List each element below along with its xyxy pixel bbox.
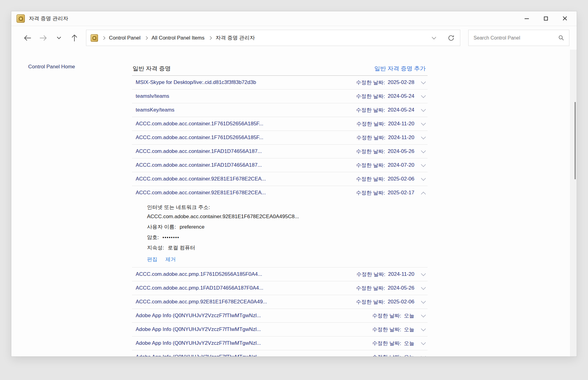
expand-chevron-icon[interactable] <box>421 148 426 153</box>
credential-name[interactable]: ACCC.com.adobe.acc.container.1F761D52656… <box>136 121 263 127</box>
up-arrow-icon <box>71 34 78 42</box>
expand-chevron-icon[interactable] <box>421 120 426 125</box>
expand-chevron-icon[interactable] <box>421 326 426 331</box>
credential-row-header[interactable]: teamsKey/teams 수정한 날짜: 2024-05-24 <box>132 103 428 117</box>
chevron-right-icon[interactable] <box>102 36 105 40</box>
expand-chevron-icon[interactable] <box>421 192 426 196</box>
credential-meta: 수정한 날짜: 2024-05-24 <box>356 93 425 100</box>
credential-row-header[interactable]: Adobe App Info (Q0NYUHJvY2VzczF7fTIwMTgw… <box>132 350 428 356</box>
credential-name[interactable]: ACCC.com.adobe.acc.pmp.92E81E1F678E2CEA0… <box>136 299 267 305</box>
credential-row-header[interactable]: Adobe App Info (Q0NYUHJvY2VzczF7fTIwMTgw… <box>132 336 428 350</box>
persistence-line: 지속성: 로컬 컴퓨터 <box>147 244 428 252</box>
credential-row-header[interactable]: Adobe App Info (Q0NYUHJvY2VzczF7fTIwMTgw… <box>132 309 428 322</box>
section-title: 일반 자격 증명 <box>133 65 171 73</box>
scrollbar-thumb[interactable] <box>575 102 576 179</box>
address-dropdown-chevron-icon[interactable] <box>432 35 436 39</box>
credential-manager-safe-icon <box>17 14 25 23</box>
credential-row-header[interactable]: ACCC.com.adobe.acc.container.1F761D52656… <box>132 131 428 144</box>
credential-name[interactable]: ACCC.com.adobe.acc.container.92E81E1F678… <box>136 176 266 182</box>
expand-chevron-icon[interactable] <box>421 176 426 180</box>
credential-name[interactable]: teamsKey/teams <box>136 107 175 113</box>
chevron-right-icon[interactable] <box>144 36 148 40</box>
credential-name[interactable]: Adobe App Info (Q0NYUHJvY2VzczF7fTIwMTgw… <box>136 354 261 356</box>
credential-row: Adobe App Info (Q0NYUHJvY2VzczF7fTIwMTgw… <box>132 309 428 323</box>
expand-chevron-icon[interactable] <box>421 162 426 167</box>
credential-name[interactable]: ACCC.com.adobe.acc.container.1F761D52656… <box>136 135 263 141</box>
minimize-button[interactable] <box>517 12 536 25</box>
credential-row-header[interactable]: ACCC.com.adobe.acc.pmp.1F761D52656A185F0… <box>132 268 428 281</box>
breadcrumb-all-items[interactable]: All Control Panel Items <box>150 34 206 42</box>
credential-name[interactable]: Adobe App Info (Q0NYUHJvY2VzczF7fTIwMTgw… <box>136 313 261 319</box>
section-header: 일반 자격 증명 일반 자격 증명 추가 <box>132 62 428 75</box>
expand-chevron-icon[interactable] <box>421 340 426 345</box>
credential-name[interactable]: ACCC.com.adobe.acc.pmp.1FAD1D74656A187F0… <box>136 285 263 291</box>
remove-link[interactable]: 제거 <box>165 256 176 263</box>
credential-meta: 수정한 날짜: 2025-02-06 <box>356 298 425 306</box>
credential-row-header[interactable]: ACCC.com.adobe.acc.container.1FAD1D74656… <box>132 145 428 158</box>
credential-row: Adobe App Info (Q0NYUHJvY2VzczF7fTIwMTgw… <box>132 350 428 356</box>
expand-chevron-icon[interactable] <box>421 285 426 290</box>
credential-pane: 일반 자격 증명 일반 자격 증명 추가 MSIX-Skype for Desk… <box>132 50 428 356</box>
add-generic-credential-link[interactable]: 일반 자격 증명 추가 <box>374 65 426 73</box>
up-button[interactable] <box>67 32 82 44</box>
credential-name[interactable]: ACCC.com.adobe.acc.container.92E81E1F678… <box>136 190 266 196</box>
recent-locations-button[interactable] <box>51 32 67 44</box>
maximize-button[interactable] <box>536 12 555 25</box>
search-icon[interactable] <box>558 35 564 41</box>
search-input[interactable] <box>473 35 558 41</box>
credential-row-header[interactable]: ACCC.com.adobe.acc.pmp.1FAD1D74656A187F0… <box>132 281 428 295</box>
modified-date-value: 오늘 <box>404 354 414 357</box>
credential-name[interactable]: ACCC.com.adobe.acc.container.1FAD1D74656… <box>136 148 262 154</box>
breadcrumb-control-panel[interactable]: Control Panel <box>108 34 142 42</box>
modified-date-label: 수정한 날짜: <box>356 298 385 306</box>
chevron-down-icon <box>57 36 61 40</box>
credential-row-header[interactable]: teamslv/teams 수정한 날짜: 2024-05-24 <box>132 89 428 103</box>
edit-link[interactable]: 편집 <box>147 256 157 263</box>
credential-name[interactable]: Adobe App Info (Q0NYUHJvY2VzczF7fTIwMTgw… <box>136 326 261 332</box>
forward-button[interactable] <box>36 32 51 44</box>
chevron-right-icon[interactable] <box>208 36 212 40</box>
expand-chevron-icon[interactable] <box>421 271 426 276</box>
modified-date-value: 2024-11-20 <box>388 135 414 141</box>
credential-name[interactable]: teamslv/teams <box>136 93 169 99</box>
breadcrumb-credential-manager[interactable]: 자격 증명 관리자 <box>214 34 256 42</box>
back-button[interactable] <box>20 32 36 44</box>
credential-meta: 수정한 날짜: 2024-11-20 <box>356 134 425 141</box>
credential-row: ACCC.com.adobe.acc.pmp.1FAD1D74656A187F0… <box>132 281 428 295</box>
modified-date-label: 수정한 날짜: <box>356 107 385 114</box>
credential-row-header[interactable]: ACCC.com.adobe.acc.container.92E81E1F678… <box>132 186 428 200</box>
breadcrumb[interactable]: Control Panel All Control Panel Items 자격… <box>86 30 461 46</box>
credential-row-header[interactable]: ACCC.com.adobe.acc.container.1FAD1D74656… <box>132 158 428 172</box>
breadcrumb-actions <box>432 35 454 41</box>
modified-date-label: 수정한 날짜: <box>356 120 385 127</box>
credential-name[interactable]: ACCC.com.adobe.acc.pmp.1F761D52656A185F0… <box>136 271 262 277</box>
window-controls <box>517 12 574 25</box>
expand-chevron-icon[interactable] <box>421 298 426 303</box>
refresh-icon[interactable] <box>448 35 454 41</box>
credential-row-header[interactable]: Adobe App Info (Q0NYUHJvY2VzczF7fTIwMTgw… <box>132 323 428 336</box>
credential-row-header[interactable]: ACCC.com.adobe.acc.pmp.92E81E1F678E2CEA0… <box>132 295 428 309</box>
expand-chevron-icon[interactable] <box>421 312 426 317</box>
credential-row-header[interactable]: ACCC.com.adobe.acc.container.92E81E1F678… <box>132 172 428 186</box>
modified-date-value: 2025-02-17 <box>388 190 414 196</box>
vertical-scrollbar[interactable] <box>570 50 577 356</box>
credential-meta: 수정한 날짜: 2025-02-17 <box>356 189 425 196</box>
address-value: ACCC.com.adobe.acc.container.92E81E1F678… <box>147 213 428 220</box>
credential-row-header[interactable]: MSIX-Skype for Desktop/live:.cid.d81c3f3… <box>132 76 428 89</box>
credential-row: ACCC.com.adobe.acc.pmp.92E81E1F678E2CEA0… <box>132 295 428 309</box>
credential-row-header[interactable]: ACCC.com.adobe.acc.container.1F761D52656… <box>132 117 428 131</box>
modified-date-value: 2024-05-26 <box>388 285 414 291</box>
credential-details: 인터넷 또는 네트워크 주소: ACCC.com.adobe.acc.conta… <box>132 200 428 267</box>
expand-chevron-icon[interactable] <box>421 107 426 112</box>
credential-row: ACCC.com.adobe.acc.container.1FAD1D74656… <box>132 158 428 172</box>
expand-chevron-icon[interactable] <box>421 354 426 356</box>
sidebar-item-control-panel-home[interactable]: Control Panel Home <box>28 64 132 70</box>
expand-chevron-icon[interactable] <box>421 79 426 84</box>
credential-name[interactable]: ACCC.com.adobe.acc.container.1FAD1D74656… <box>136 162 262 168</box>
expand-chevron-icon[interactable] <box>421 134 426 139</box>
credential-name[interactable]: Adobe App Info (Q0NYUHJvY2VzczF7fTIwMTgw… <box>136 340 261 346</box>
credential-name[interactable]: MSIX-Skype for Desktop/live:.cid.d81c3f3… <box>136 79 256 86</box>
close-button[interactable] <box>555 12 574 25</box>
expand-chevron-icon[interactable] <box>421 93 426 98</box>
modified-date-value: 2025-02-28 <box>388 79 414 86</box>
